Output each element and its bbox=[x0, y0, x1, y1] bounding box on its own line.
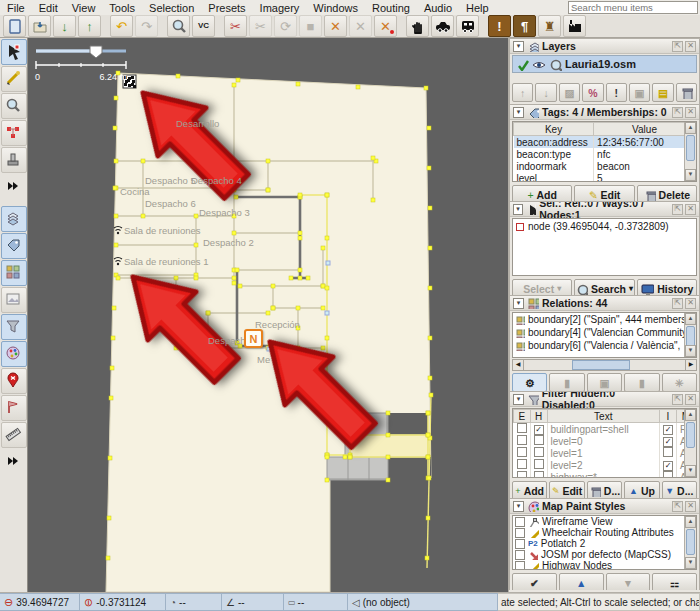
selection-search-button[interactable]: Search▾ bbox=[574, 279, 634, 295]
tag-edit-button[interactable]: ✎Edit bbox=[574, 185, 634, 201]
stick-panel-icon[interactable]: ⇱ bbox=[672, 394, 683, 405]
filter-panel-header[interactable]: ▾Filter Hidden:0 Disabled:0⇱✕ bbox=[510, 392, 699, 407]
filter-row[interactable]: level=0✓A bbox=[514, 435, 696, 447]
filter-enable-cell[interactable] bbox=[514, 459, 531, 471]
close-panel-icon[interactable]: ✕ bbox=[685, 394, 696, 405]
draw-node-tool-button[interactable] bbox=[1, 66, 27, 92]
undo-button[interactable]: ↶ bbox=[110, 15, 133, 37]
redo-button[interactable]: ↷ bbox=[135, 15, 158, 37]
layer-merge-button[interactable]: ▨ bbox=[559, 83, 580, 102]
filter-enable-cell[interactable] bbox=[514, 435, 531, 447]
layer-note-button[interactable]: ▤ bbox=[652, 83, 673, 102]
filter-hide-cell[interactable] bbox=[530, 459, 547, 471]
menu-view[interactable]: View bbox=[65, 1, 103, 16]
style-item[interactable]: JOSM por defecto (MapCSS) bbox=[513, 549, 696, 560]
scroll-down-button[interactable]: ▼ bbox=[685, 557, 696, 569]
routing-car-button[interactable] bbox=[431, 15, 454, 37]
filter-dialog-button[interactable] bbox=[1, 314, 27, 340]
menu-edit[interactable]: Edit bbox=[32, 1, 65, 16]
filter-enable-cell[interactable] bbox=[514, 423, 531, 436]
tag-add-button[interactable]: +Add bbox=[512, 185, 572, 201]
relation-duplicate-button[interactable]: ▣ bbox=[587, 373, 622, 391]
tag-row[interactable]: level5 bbox=[514, 172, 696, 182]
shortcuts-button[interactable]: VC bbox=[192, 15, 215, 37]
filter-up-button[interactable]: ▲Up bbox=[624, 481, 659, 498]
scroll-thumb[interactable] bbox=[572, 360, 630, 370]
routing-bus-button[interactable] bbox=[456, 15, 479, 37]
scroll-thumb[interactable] bbox=[686, 422, 695, 448]
filter-hide-cell[interactable] bbox=[530, 447, 547, 459]
layers-dialog-button[interactable] bbox=[1, 206, 27, 232]
style-item[interactable]: Wheelchair Routing Attributes bbox=[513, 527, 696, 538]
collapse-icon[interactable]: ▾ bbox=[513, 501, 524, 512]
style-down-button[interactable]: ▼ bbox=[606, 573, 651, 590]
filter-column-header[interactable]: H bbox=[530, 410, 547, 423]
style-checkbox[interactable] bbox=[515, 561, 525, 571]
layer-down-button[interactable]: ↓ bbox=[535, 83, 556, 102]
relation-select-button[interactable]: ✳ bbox=[662, 373, 697, 391]
relation-delete-button[interactable]: ▮ bbox=[624, 373, 659, 391]
relation-item[interactable]: boundary[6] ("Valencia / València", bbox=[513, 339, 696, 352]
wireframe-tool-button[interactable]: ✂ bbox=[224, 15, 247, 37]
layer-duplicate-button[interactable]: ▣ bbox=[629, 83, 650, 102]
style-up-button[interactable]: ▲ bbox=[559, 573, 604, 590]
minimap-dialog-button[interactable] bbox=[1, 287, 27, 313]
collapse-icon[interactable]: ▾ bbox=[513, 204, 523, 215]
preset-restaurant-button[interactable]: ¶ bbox=[513, 15, 536, 37]
filter-down-button[interactable]: ▼D... bbox=[662, 481, 697, 498]
tags-column-header[interactable]: Value bbox=[594, 123, 696, 136]
stick-panel-icon[interactable]: ⇱ bbox=[672, 204, 683, 215]
collapse-icon[interactable]: ▾ bbox=[513, 41, 524, 52]
selection-select-button[interactable]: Select▾ bbox=[512, 279, 572, 295]
close-panel-icon[interactable]: ✕ bbox=[685, 298, 696, 309]
selection-history-button[interactable]: History bbox=[637, 279, 697, 295]
style-checkbox[interactable] bbox=[515, 517, 525, 527]
mappaint-dialog-button[interactable] bbox=[1, 341, 27, 367]
filter-enable-cell[interactable] bbox=[514, 471, 531, 478]
delete-node-tool-button[interactable] bbox=[1, 120, 27, 146]
filter-column-header[interactable]: I bbox=[660, 410, 677, 423]
style-item[interactable]: Highway Nodes bbox=[513, 560, 696, 570]
preferences-button[interactable] bbox=[167, 15, 190, 37]
vertical-scrollbar[interactable]: ▲▼ bbox=[684, 516, 696, 569]
scroll-thumb[interactable] bbox=[686, 135, 695, 161]
filter-delete-button[interactable]: D... bbox=[587, 481, 622, 498]
map-paint-styles-panel-header[interactable]: ▾Map Paint Styles⇱✕ bbox=[510, 499, 699, 514]
open-file-button[interactable] bbox=[28, 15, 51, 37]
tag-row[interactable]: beacon:address12:34:56:77:00 bbox=[514, 136, 696, 149]
download-button[interactable]: ↓ bbox=[53, 15, 76, 37]
filter-hide-cell[interactable]: ✓ bbox=[530, 423, 547, 436]
align-nodes-button[interactable]: ✕ bbox=[374, 15, 397, 37]
scroll-up-button[interactable]: ▲ bbox=[685, 516, 696, 528]
reverse-way-button[interactable]: ✕ bbox=[349, 15, 372, 37]
style-checkbox[interactable] bbox=[515, 539, 525, 549]
relation-new-button[interactable]: ⚙ bbox=[512, 373, 547, 391]
search-menu-input[interactable] bbox=[568, 1, 698, 14]
scroll-down-button[interactable]: ▼ bbox=[685, 169, 696, 181]
collapse-icon[interactable]: ▾ bbox=[513, 394, 524, 405]
combine-way-button[interactable]: ✕ bbox=[324, 15, 347, 37]
tags-column-header[interactable]: Key bbox=[514, 123, 594, 136]
close-panel-icon[interactable]: ✕ bbox=[685, 107, 696, 118]
scroll-left-button[interactable]: ◀ bbox=[513, 360, 524, 370]
selection-panel-header[interactable]: ▾Sel.: Rel.:0 / Ways:0 / Nodes:1⇱✕ bbox=[510, 202, 699, 217]
select-tool-button[interactable] bbox=[1, 39, 27, 65]
collapse-icon[interactable]: ▾ bbox=[513, 107, 524, 118]
horizontal-scrollbar[interactable]: ◀▶ bbox=[512, 359, 697, 371]
style-preferences-button[interactable]: ⚏ bbox=[652, 573, 697, 590]
scroll-up-button[interactable]: ▲ bbox=[685, 313, 696, 325]
menu-windows[interactable]: Windows bbox=[306, 1, 365, 16]
filter-row[interactable]: level=1A bbox=[514, 447, 696, 459]
validator-dialog-button[interactable] bbox=[1, 368, 27, 394]
close-panel-icon[interactable]: ✕ bbox=[685, 41, 696, 52]
scroll-down-button[interactable]: ▼ bbox=[685, 345, 696, 357]
relation-edit-button[interactable]: ▮ bbox=[549, 373, 584, 391]
command-stack-dialog-button[interactable] bbox=[1, 395, 27, 421]
close-panel-icon[interactable]: ✕ bbox=[685, 501, 696, 512]
filter-row[interactable]: highway=*A bbox=[514, 471, 696, 478]
measurement-dialog-button[interactable] bbox=[1, 422, 27, 448]
merge-button[interactable]: ■ bbox=[299, 15, 322, 37]
map-canvas[interactable]: DesarrolloDespacho 5Despacho 4CocinaDesp… bbox=[28, 38, 508, 592]
filter-edit-button[interactable]: ✎Edit bbox=[549, 481, 584, 498]
filter-inverted-cell[interactable]: ✓ bbox=[660, 423, 677, 436]
